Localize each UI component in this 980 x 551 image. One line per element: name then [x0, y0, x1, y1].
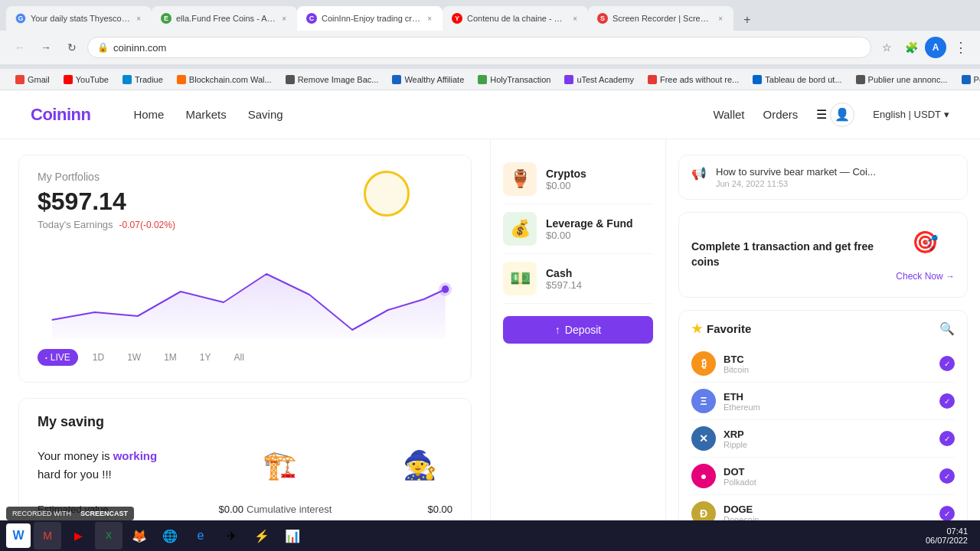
promo-date: Jun 24, 2022 11:53 — [716, 179, 955, 188]
promo-text-1: Your money is — [38, 449, 110, 462]
tab-2-close[interactable]: × — [280, 13, 288, 24]
asset-cash: 💵 Cash $597.14 — [503, 254, 653, 304]
btc-icon: ₿ — [691, 351, 716, 376]
deposit-button[interactable]: ↑ Deposit — [503, 316, 653, 344]
profile-avatar-icon[interactable]: A — [925, 37, 946, 58]
back-button[interactable]: ← — [9, 37, 31, 58]
taskbar-chrome-icon[interactable]: 🌐 — [156, 522, 184, 549]
complete-card-text: Complete 1 transaction and get free coin… — [691, 240, 887, 269]
bookmark-utest[interactable]: uTest Academy — [558, 73, 640, 86]
filter-1d[interactable]: 1D — [84, 348, 113, 367]
leverage-icon: 💰 — [503, 212, 537, 246]
tab-3-close[interactable]: × — [426, 13, 433, 24]
nav-saving[interactable]: Saving — [248, 108, 283, 121]
taskbar-yt-icon: ▶ — [74, 530, 83, 542]
wallet-button[interactable]: Wallet — [713, 108, 744, 121]
saving-promo-text: Your money is working hard for you !!! — [38, 447, 157, 484]
saving-character-image: 🧙 — [403, 449, 437, 481]
taskbar-excel-icon[interactable]: X — [95, 522, 122, 549]
favorites-label: Favorite — [707, 322, 751, 335]
xrp-icon: ✕ — [691, 426, 716, 451]
bookmark-tradiue-label: Tradiue — [135, 75, 163, 84]
new-tab-button[interactable]: + — [737, 9, 758, 31]
filter-1w[interactable]: 1W — [119, 348, 149, 367]
promo-text-2: working — [113, 449, 158, 462]
tab-5[interactable]: S Screen Recorder | Screencast-O... × — [588, 6, 733, 31]
bookmark-star-icon[interactable]: ☆ — [876, 37, 897, 58]
taskbar-firefox-icon[interactable]: 🦊 — [126, 522, 153, 549]
search-favorites-button[interactable]: 🔍 — [939, 321, 955, 336]
leverage-value: $0.00 — [546, 230, 653, 241]
taskbar-app1-icon[interactable]: ⚡ — [248, 522, 276, 549]
tab-1-close[interactable]: × — [135, 13, 142, 24]
nav-home[interactable]: Home — [133, 108, 164, 121]
taskbar-youtube-icon[interactable]: ▶ — [64, 522, 92, 549]
bookmark-wealthy-favicon — [392, 75, 401, 84]
tab-4-close[interactable]: × — [571, 13, 579, 24]
refresh-button[interactable]: ↻ — [61, 37, 83, 58]
cumulative-label: Cumulative interest — [247, 504, 332, 515]
doge-check-icon: ✓ — [939, 506, 955, 521]
bookmark-publier-label: Publier une annonc... — [868, 75, 948, 84]
tab-3[interactable]: C CoinInn-Enjoy trading cryptos × — [297, 6, 443, 31]
fav-dot[interactable]: ● DOT Polkadot ✓ — [691, 458, 955, 495]
taskbar-telegram-icon[interactable]: ✈ — [217, 522, 245, 549]
chevron-down-icon: ▾ — [944, 109, 949, 120]
user-avatar-button[interactable]: 👤 — [830, 103, 854, 127]
fav-btc[interactable]: ₿ BTC Bitcoin ✓ — [691, 345, 955, 383]
taskbar-explorer-icon[interactable]: e — [187, 522, 214, 549]
fav-xrp[interactable]: ✕ XRP Ripple ✓ — [691, 420, 955, 458]
screencast-brand: SCREENCAST — [80, 510, 128, 517]
estimated-value: $0.00 — [218, 504, 243, 515]
bookmark-youtube[interactable]: YouTube — [57, 73, 115, 86]
filter-1m[interactable]: 1M — [155, 348, 185, 367]
nav-markets[interactable]: Markets — [185, 108, 226, 121]
tab-2[interactable]: E ella.Fund Free Coins - Air Drop × — [152, 6, 297, 31]
language-selector[interactable]: English | USDT ▾ — [873, 109, 949, 120]
portfolio-earnings: Today's Earnings -0.07(-0.02%) — [38, 219, 452, 230]
bookmark-publier-favicon — [856, 75, 865, 84]
bookmark-tradiue[interactable]: Tradiue — [116, 73, 169, 86]
bookmark-free-ads-label: Free ads without re... — [660, 75, 739, 84]
chart-area — [38, 240, 452, 339]
tab-1[interactable]: G Your daily stats Thyescoo (Acco... × — [6, 6, 152, 31]
filter-1y[interactable]: 1Y — [191, 348, 220, 367]
favorites-title: ★ Favorite — [691, 321, 751, 336]
bookmark-gmail-label: Gmail — [28, 75, 50, 84]
bookmark-wealthy[interactable]: Wealthy Affiliate — [386, 73, 470, 86]
filter-live[interactable]: LIVE — [38, 349, 78, 366]
site-logo[interactable]: Coininn — [31, 105, 90, 125]
bookmark-gmail[interactable]: Gmail — [9, 73, 56, 86]
bookmark-remove-image[interactable]: Remove Image Bac... — [279, 73, 385, 86]
bookmark-blockchain[interactable]: Blockchain.com Wal... — [171, 73, 278, 86]
saving-character-icon: 🧙 — [403, 449, 437, 481]
bookmark-tableau-label: Tableau de bord ut... — [765, 75, 841, 84]
user-menu[interactable]: ☰ 👤 — [816, 103, 854, 127]
bookmark-tableau[interactable]: Tableau de bord ut... — [746, 73, 848, 86]
bookmark-holy[interactable]: HolyTransaction — [472, 73, 557, 86]
taskbar-app2-icon[interactable]: 📊 — [279, 522, 306, 549]
cash-info: Cash $597.14 — [546, 267, 653, 291]
cryptos-info: Cryptos $0.00 — [546, 168, 653, 191]
btc-name: Bitcoin — [724, 365, 932, 374]
screencast-badge: RECORDED WITH SCREENCAST — [6, 507, 134, 520]
tab-5-close[interactable]: × — [717, 13, 724, 24]
more-options-icon[interactable]: ⋮ — [949, 37, 971, 58]
tab-4[interactable]: Y Contenu de la chaine - YouTube × — [443, 6, 588, 31]
taskbar-gmail-icon[interactable]: M — [34, 522, 61, 549]
taskbar-start-button[interactable]: W — [6, 523, 31, 548]
btc-check-icon: ✓ — [939, 356, 955, 371]
taskbar-app1-logo: ⚡ — [254, 529, 270, 543]
orders-button[interactable]: Orders — [763, 108, 799, 121]
forward-button[interactable]: → — [35, 37, 57, 58]
check-now-button[interactable]: Check Now → — [896, 266, 955, 286]
cash-value: $597.14 — [546, 279, 653, 291]
filter-all[interactable]: All — [226, 348, 253, 367]
extension-puzzle-icon[interactable]: 🧩 — [900, 37, 922, 58]
fav-eth[interactable]: Ξ ETH Ethereum ✓ — [691, 383, 955, 420]
address-bar[interactable]: 🔒 coininn.com — [87, 37, 871, 58]
bookmark-publier[interactable]: Publier une annonc... — [850, 73, 954, 86]
bookmark-post-jobs[interactable]: Post jobs free — [956, 73, 980, 86]
bookmark-free-ads[interactable]: Free ads without re... — [642, 73, 745, 86]
tab-4-favicon: Y — [452, 13, 462, 24]
